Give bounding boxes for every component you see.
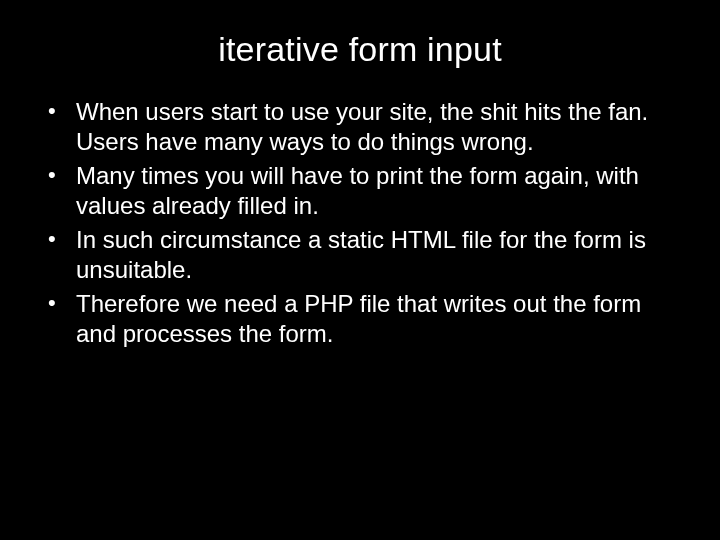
- bullet-list: When users start to use your site, the s…: [36, 97, 684, 349]
- slide: iterative form input When users start to…: [0, 0, 720, 540]
- list-item: Therefore we need a PHP file that writes…: [40, 289, 680, 349]
- slide-title: iterative form input: [36, 30, 684, 69]
- list-item: In such circumstance a static HTML file …: [40, 225, 680, 285]
- list-item: When users start to use your site, the s…: [40, 97, 680, 157]
- list-item: Many times you will have to print the fo…: [40, 161, 680, 221]
